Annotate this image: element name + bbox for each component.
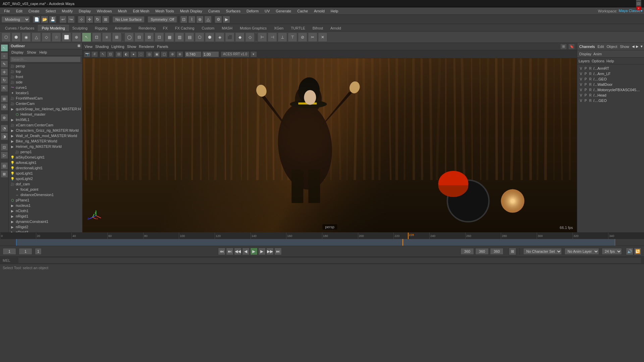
open-file-button[interactable]: 📂 xyxy=(41,16,48,23)
paint-tool-button[interactable]: ✎ xyxy=(1,60,8,68)
tree-item[interactable]: ▶ nucleus1 xyxy=(9,203,82,208)
tool-settings-button[interactable]: ⚙ xyxy=(1,103,8,111)
menu-display[interactable]: Display xyxy=(76,8,94,14)
rp-prev-button[interactable]: ◀ xyxy=(632,45,635,48)
range-end2-input[interactable] xyxy=(475,248,489,255)
undo-button[interactable]: ↩ xyxy=(59,16,67,23)
tree-item[interactable]: 💡 directionalLight1 xyxy=(9,165,82,171)
vp-frame-input-1[interactable] xyxy=(185,51,202,57)
shelf-icon-25[interactable]: ⊢ xyxy=(258,33,267,42)
rp-next-button[interactable]: ▶ xyxy=(636,45,639,48)
go-to-end-button[interactable]: ⏭ xyxy=(274,248,282,255)
vp-smooth-button[interactable]: ● xyxy=(130,51,137,57)
tree-item[interactable]: ↔ distanceDimension1 xyxy=(9,192,82,197)
shelf-icon-26[interactable]: ⊣ xyxy=(268,33,277,42)
tree-item[interactable]: ▶ dynamicConstraint1 xyxy=(9,219,82,224)
shelf-tab-motion-graphics[interactable]: Motion Graphics xyxy=(236,25,270,31)
timeline-container[interactable]: 0204060801001201401601802002202402602803… xyxy=(0,233,644,239)
tree-item[interactable]: ⬡ pPlane1 xyxy=(9,197,82,203)
select-tool-button[interactable]: ↖ xyxy=(1,44,8,52)
menu-arnold[interactable]: Arnold xyxy=(311,8,327,14)
next-key-button[interactable]: ▶ xyxy=(258,248,266,255)
workspace-value[interactable]: Maya Classic▾ xyxy=(619,9,643,13)
tree-item[interactable]: 💡 aiSkyDomeLight1 xyxy=(9,155,82,160)
vp-heads-up-button[interactable]: ⊗ xyxy=(176,51,183,57)
shelf-tab-sculpting[interactable]: Sculpting xyxy=(69,25,91,31)
tree-item[interactable]: ▶ nRigid3 xyxy=(9,230,82,232)
mode-dropdown[interactable]: Modeling Rigging Animation FX Rendering xyxy=(1,16,30,23)
select-button[interactable]: ⊹ xyxy=(78,16,85,23)
fps-select[interactable]: 24 fps 30 fps 60 fps xyxy=(602,248,622,255)
range-start-input[interactable] xyxy=(3,248,16,255)
shelf-icon-1[interactable]: ⬡ xyxy=(1,33,11,42)
tree-item[interactable]: ▶ nRigid2 xyxy=(9,224,82,230)
rp-tab-object[interactable]: Object xyxy=(606,45,617,49)
vp-select-mode-button[interactable]: ↖ xyxy=(100,51,106,57)
tree-item[interactable]: ▶ tmXML1 xyxy=(9,117,82,122)
paint-weights-button[interactable]: ◑ xyxy=(1,133,8,140)
shelf-tab-xgen[interactable]: XGen xyxy=(270,25,287,31)
ch-tab-anim[interactable]: Anim xyxy=(593,52,602,56)
shelf-icon-7[interactable]: ⬜ xyxy=(62,33,71,42)
shelf-icon-4[interactable]: △ xyxy=(32,33,41,42)
move-tool-button[interactable]: ✛ xyxy=(1,68,8,76)
shelf-icon-15[interactable]: ⊡ xyxy=(155,33,164,42)
rp-tab-channels[interactable]: Channels xyxy=(579,45,595,49)
vp-ao-button[interactable]: ▢ xyxy=(161,51,167,57)
mel-input[interactable] xyxy=(18,257,641,263)
playhead[interactable] xyxy=(402,239,403,246)
menu-create[interactable]: Create xyxy=(26,8,42,14)
shelf-icon-28[interactable]: ⊤ xyxy=(288,33,297,42)
tree-item[interactable]: ✦ focal_point xyxy=(9,187,82,192)
render-button[interactable]: ▶ xyxy=(223,16,230,23)
scale-button[interactable]: ⊞ xyxy=(102,16,109,23)
vp-wireframe-button[interactable]: ⊟ xyxy=(115,51,122,57)
shelf-icon-23[interactable]: ◆ xyxy=(235,33,245,42)
shelf-icon-21[interactable]: ◈ xyxy=(215,33,224,42)
no-anim-layer-select[interactable]: No Anim Layer xyxy=(565,248,599,255)
shelf-icon-20[interactable]: ⬢ xyxy=(205,33,214,42)
shelf-icon-27[interactable]: ⊥ xyxy=(278,33,287,42)
tree-item[interactable]: ▶ Wall_of_Death_mod_MASTER:World xyxy=(9,133,82,138)
shelf-icon-31[interactable]: ✕ xyxy=(318,33,327,42)
render-settings-button[interactable]: ⚙ xyxy=(215,16,222,23)
prev-frame-button[interactable]: ◀◀ xyxy=(234,248,241,255)
menu-file[interactable]: File xyxy=(1,8,13,14)
next-frame-button[interactable]: ▶▶ xyxy=(266,248,274,255)
vp-float-button[interactable]: ⊞ xyxy=(560,44,567,50)
go-to-start-button[interactable]: ⏮ xyxy=(218,248,225,255)
tree-item[interactable]: 🎥 persp1 xyxy=(9,149,82,155)
vp-camera-button[interactable]: 📷 xyxy=(84,51,91,57)
tree-item[interactable]: 🎥 front xyxy=(9,74,82,79)
shelf-icon-29[interactable]: ⊘ xyxy=(298,33,307,42)
tree-item[interactable]: ▶ Characters_Grizz_rig_MASTER:World xyxy=(9,128,82,133)
range-end-input[interactable] xyxy=(461,248,474,255)
shelf-icon-3[interactable]: ◉ xyxy=(21,33,31,42)
ch-tab-help[interactable]: Help xyxy=(606,59,614,63)
tree-item[interactable]: ⬡ Helmet_master xyxy=(9,112,82,117)
vp-shaded-button[interactable]: ◐ xyxy=(123,51,129,57)
menu-deform[interactable]: Deform xyxy=(244,8,261,14)
viewport-menu-show[interactable]: Show xyxy=(127,45,137,49)
menu-surfaces[interactable]: Surfaces xyxy=(223,8,243,14)
ch-tab-options[interactable]: Options xyxy=(592,59,604,63)
viewport-menu-lighting[interactable]: Lighting xyxy=(111,45,124,49)
tree-item[interactable]: 🎥 dof_cam xyxy=(9,181,82,187)
shelf-tab-fx[interactable]: FX xyxy=(159,25,171,31)
vp-aces-button[interactable]: ACES RRT v1.0 xyxy=(221,51,250,57)
ch-tab-layers[interactable]: Layers xyxy=(579,59,590,63)
outliner-menu-display[interactable]: Display xyxy=(10,50,25,55)
show-ui-button[interactable]: ⊞ xyxy=(1,95,8,103)
outliner-search-input[interactable] xyxy=(10,56,81,62)
menu-curves[interactable]: Curves xyxy=(206,8,223,14)
shelf-icon-19[interactable]: ⬡ xyxy=(195,33,204,42)
snap-surface-button[interactable]: △ xyxy=(204,16,212,23)
menu-mesh-display[interactable]: Mesh Display xyxy=(177,8,205,14)
shelf-icon-10[interactable]: ≡ xyxy=(102,33,111,42)
timeline-bar[interactable] xyxy=(0,239,644,246)
menu-generate[interactable]: Generate xyxy=(273,8,294,14)
tree-item[interactable]: 💡 spotLight2 xyxy=(9,176,82,181)
render-region-button[interactable]: ⊡ xyxy=(1,143,8,151)
shelf-tab-animation[interactable]: Animation xyxy=(111,25,135,31)
snap-grid-button[interactable]: ⊡ xyxy=(180,16,187,23)
